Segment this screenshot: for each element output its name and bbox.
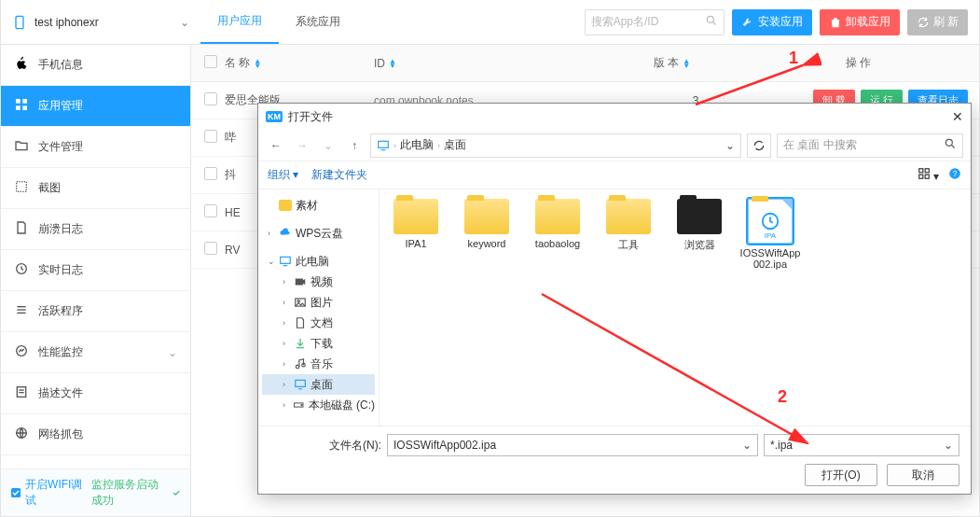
help-icon[interactable]: ?	[948, 167, 961, 183]
uninstall-app-button[interactable]: 卸载应用	[820, 9, 900, 35]
sidebar-item-file-manage[interactable]: 文件管理	[1, 127, 190, 168]
chevron-down-icon[interactable]: ⌄	[725, 139, 735, 152]
col-name[interactable]: 名 称▲▼	[225, 55, 374, 71]
install-app-button[interactable]: 安装应用	[732, 9, 812, 35]
file-tile[interactable]: 浏览器	[667, 199, 732, 252]
file-open-dialog: KM 打开文件 ✕ ← → ⌄ ↑ › 此电脑 › 桌面 ⌄ 在 桌面 中搜索	[257, 103, 972, 495]
tree-item[interactable]: ›文档	[262, 313, 375, 333]
app-tabs: 用户应用 系统应用	[200, 0, 357, 44]
sidebar-item-label: 截图	[38, 180, 61, 196]
row-checkbox[interactable]	[204, 204, 217, 217]
svg-rect-22	[918, 169, 922, 173]
dialog-titlebar[interactable]: KM 打开文件 ✕	[258, 104, 971, 130]
select-all-checkbox[interactable]	[204, 55, 217, 68]
dialog-toolbar: 组织 ▾ 新建文件夹 ▾ ?	[258, 161, 971, 189]
filetype-select[interactable]: *.ipa ⌄	[764, 434, 959, 456]
new-folder-button[interactable]: 新建文件夹	[311, 167, 367, 183]
scissors-icon	[14, 179, 29, 197]
svg-text:?: ?	[953, 170, 958, 178]
row-checkbox[interactable]	[204, 130, 217, 143]
forward-icon[interactable]: →	[292, 139, 312, 152]
tree-item[interactable]: ›本地磁盘 (C:)	[262, 395, 375, 415]
sidebar-item-label: 手机信息	[38, 57, 83, 73]
tree-item[interactable]: 素材	[262, 195, 375, 216]
tree-item[interactable]: ›WPS云盘	[262, 223, 375, 244]
tree-item[interactable]: ›视频	[262, 272, 375, 292]
chevron-down-icon[interactable]: ⌄	[742, 439, 752, 452]
sidebar-item-phone-info[interactable]: 手机信息	[1, 45, 190, 86]
sidebar-item-crash-log[interactable]: 崩溃日志	[1, 209, 190, 250]
sidebar-item-perf-monitor[interactable]: 性能监控 ⌄	[1, 332, 190, 373]
svg-line-21	[952, 146, 955, 148]
recent-dropdown-icon[interactable]: ⌄	[318, 139, 338, 152]
clock-icon	[14, 261, 29, 279]
open-button[interactable]: 打开(O)	[805, 464, 877, 486]
ipa-file-icon: IPA	[748, 199, 793, 244]
sidebar-item-label: 活跃程序	[38, 303, 83, 319]
sidebar-item-network-capture[interactable]: 网络抓包	[1, 414, 190, 455]
svg-rect-3	[16, 99, 21, 104]
refresh-icon	[917, 16, 930, 29]
dialog-search-input[interactable]: 在 桌面 中搜索	[777, 133, 963, 158]
video-icon	[294, 275, 307, 288]
row-checkbox[interactable]	[204, 167, 217, 180]
chevron-down-icon[interactable]: ⌄	[944, 439, 953, 452]
back-icon[interactable]: ←	[266, 139, 286, 152]
file-pane[interactable]: IPA1 keyword taobaolog 工具 浏览器 IPA IOSSWi…	[380, 189, 971, 426]
dialog-title: 打开文件	[288, 109, 333, 125]
chevron-down-icon: ⌄	[180, 16, 189, 29]
search-input[interactable]: 搜索App名/ID	[585, 9, 725, 35]
sidebar-item-label: 性能监控	[38, 344, 83, 360]
tree-item-desktop[interactable]: ›桌面	[262, 374, 375, 395]
organize-menu[interactable]: 组织 ▾	[268, 167, 298, 183]
wifi-debug-checkbox[interactable]: 开启WIFI调试	[10, 477, 84, 509]
row-checkbox[interactable]	[204, 92, 217, 105]
download-icon	[294, 337, 307, 350]
view-mode-button[interactable]: ▾	[918, 167, 939, 183]
svg-rect-35	[296, 380, 306, 386]
sidebar-item-label: 描述文件	[38, 385, 83, 401]
pc-icon	[377, 139, 390, 152]
svg-rect-25	[925, 175, 929, 178]
sidebar-item-screenshot[interactable]: 截图	[1, 168, 190, 209]
sidebar-item-profile[interactable]: 描述文件	[1, 373, 190, 414]
svg-rect-0	[16, 16, 23, 28]
tree-item[interactable]: ›下载	[262, 333, 375, 354]
file-tile-selected[interactable]: IPA IOSSWiftApp002.ipa	[738, 199, 803, 270]
tree-item[interactable]: ⌄此电脑	[262, 251, 375, 272]
list-icon	[14, 302, 29, 320]
row-checkbox[interactable]	[204, 242, 217, 255]
breadcrumb[interactable]: › 此电脑 › 桌面 ⌄	[370, 133, 741, 158]
cloud-icon	[279, 227, 292, 240]
close-icon[interactable]: ✕	[952, 109, 963, 124]
folder-icon	[279, 200, 292, 211]
trash-icon	[829, 16, 842, 29]
file-tile[interactable]: IPA1	[383, 199, 449, 249]
sidebar-item-label: 实时日志	[38, 262, 83, 278]
col-id[interactable]: ID▲▼	[374, 57, 654, 70]
device-selector[interactable]: test iphonexr ⌄	[12, 15, 189, 30]
tree-item[interactable]: ›音乐	[262, 354, 375, 374]
filename-input[interactable]: IOSSWiftApp002.ipa ⌄	[387, 434, 758, 456]
net-icon	[14, 426, 29, 443]
tree-item[interactable]: ›图片	[262, 292, 375, 313]
sidebar-item-realtime-log[interactable]: 实时日志	[1, 250, 190, 291]
file-tile[interactable]: 工具	[596, 199, 661, 252]
tab-user-apps[interactable]: 用户应用	[200, 0, 279, 44]
svg-point-20	[945, 139, 952, 146]
sidebar-item-active-proc[interactable]: 活跃程序	[1, 291, 190, 332]
sidebar-item-app-manage[interactable]: 应用管理	[1, 86, 190, 127]
file-tile[interactable]: keyword	[454, 199, 519, 249]
chevron-down-icon: ⌄	[168, 346, 177, 359]
sort-icon: ▲▼	[683, 59, 690, 68]
cancel-button[interactable]: 取消	[887, 464, 959, 486]
music-icon	[294, 357, 307, 370]
chart-icon	[14, 343, 29, 361]
sidebar: 手机信息 应用管理 文件管理 截图	[1, 45, 191, 516]
col-version[interactable]: 版 本▲▼	[654, 55, 738, 71]
up-icon[interactable]: ↑	[344, 139, 365, 152]
breadcrumb-refresh-button[interactable]	[747, 133, 771, 158]
refresh-button[interactable]: 刷 新	[907, 9, 968, 35]
tab-system-apps[interactable]: 系统应用	[279, 0, 357, 44]
file-tile[interactable]: taobaolog	[525, 199, 590, 249]
